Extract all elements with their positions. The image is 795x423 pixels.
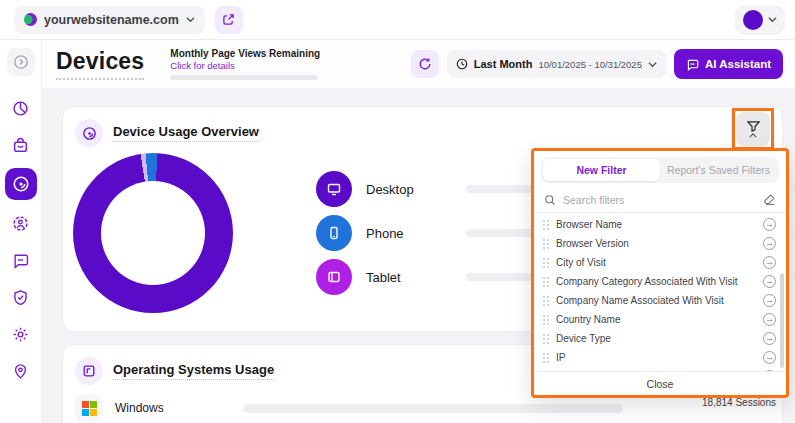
website-selector[interactable]: yourwebsitename.com xyxy=(14,6,205,34)
page-title: Devices xyxy=(56,48,144,80)
tablet-badge xyxy=(316,259,352,295)
phone-icon xyxy=(326,225,342,241)
chat-bubble-icon xyxy=(12,252,29,269)
expand-arrow-icon xyxy=(13,54,29,70)
device-usage-title: Device Usage Overview xyxy=(113,124,259,142)
quota-details-link[interactable]: Click for details xyxy=(170,60,320,71)
filter-item-ip[interactable]: IP → xyxy=(534,348,786,367)
sidebar-item-geolocation[interactable] xyxy=(7,357,35,385)
devices-disc-icon xyxy=(12,175,30,193)
windows-usage-bar xyxy=(243,404,623,413)
legend-row-desktop[interactable]: Desktop xyxy=(316,169,436,209)
sidebar-item-analytics[interactable] xyxy=(7,94,35,122)
filter-item-operating-system[interactable]: Operating System → xyxy=(534,367,786,371)
legend-row-tablet[interactable]: Tablet xyxy=(316,257,436,297)
arrow-right-circle-icon[interactable]: → xyxy=(763,313,776,326)
open-website-button[interactable] xyxy=(215,6,243,34)
user-menu[interactable] xyxy=(735,5,785,35)
phone-badge xyxy=(316,215,352,251)
filter-item-company-category-associated-with-visit[interactable]: Company Category Associated With Visit → xyxy=(534,272,786,291)
filter-item-browser-version[interactable]: Browser Version → xyxy=(534,234,786,253)
close-button[interactable]: Close xyxy=(534,371,786,395)
arrow-right-circle-icon[interactable]: → xyxy=(763,370,776,371)
sidebar-expand-button[interactable] xyxy=(7,48,35,76)
refresh-button[interactable] xyxy=(411,50,439,78)
tab-saved-filters[interactable]: Report's Saved Filters xyxy=(660,159,777,181)
os-usage-icon-badge xyxy=(75,357,103,385)
filter-button-highlight xyxy=(732,108,774,150)
quota-title: Monthly Page Views Remaining xyxy=(170,48,320,59)
sidebar-item-security[interactable] xyxy=(7,283,35,311)
page-views-quota: Monthly Page Views Remaining Click for d… xyxy=(170,48,320,80)
device-usage-donut-chart[interactable] xyxy=(73,153,233,313)
windows-logo-badge xyxy=(75,394,103,422)
arrow-right-circle-icon[interactable]: → xyxy=(763,294,776,307)
scrollbar[interactable] xyxy=(780,273,784,368)
filter-button[interactable] xyxy=(736,112,770,146)
external-link-icon xyxy=(222,13,235,26)
sidebar-item-devices[interactable] xyxy=(5,168,37,200)
drag-handle-icon[interactable] xyxy=(543,353,545,355)
drag-handle-icon[interactable] xyxy=(543,296,545,298)
donut-hole xyxy=(101,181,205,285)
legend-row-phone[interactable]: Phone xyxy=(316,213,436,253)
filter-item-company-name-associated-with-visit[interactable]: Company Name Associated With Visit → xyxy=(534,291,786,310)
date-preset: Last Month xyxy=(474,58,533,70)
search-icon xyxy=(544,194,556,206)
filter-item-label: IP xyxy=(556,352,763,363)
filter-item-label: Browser Version xyxy=(556,238,763,249)
filter-item-list: Browser Name → Browser Version → City of… xyxy=(534,213,786,371)
tab-new-filter[interactable]: New Filter xyxy=(543,159,660,181)
date-range-value: 10/01/2025 - 10/31/2025 xyxy=(538,59,642,70)
drag-handle-icon[interactable] xyxy=(543,239,545,241)
tablet-icon xyxy=(326,269,342,285)
filter-item-label: Country Name xyxy=(556,314,763,325)
refresh-icon xyxy=(418,57,432,71)
filter-item-label: Company Category Associated With Visit xyxy=(556,276,763,287)
sidebar-item-visitors[interactable] xyxy=(7,209,35,237)
filter-panel: New Filter Report's Saved Filters Browse… xyxy=(531,148,789,398)
chevron-down-icon xyxy=(186,15,195,24)
filter-item-browser-name[interactable]: Browser Name → xyxy=(534,215,786,234)
filter-item-city-of-visit[interactable]: City of Visit → xyxy=(534,253,786,272)
filter-item-country-name[interactable]: Country Name → xyxy=(534,310,786,329)
arrow-right-circle-icon[interactable]: → xyxy=(763,218,776,231)
arrow-right-circle-icon[interactable]: → xyxy=(763,351,776,364)
drag-handle-icon[interactable] xyxy=(543,334,545,336)
desktop-icon xyxy=(326,181,342,197)
drag-handle-icon[interactable] xyxy=(543,277,545,279)
arrow-right-circle-icon[interactable]: → xyxy=(763,275,776,288)
ai-assistant-button[interactable]: AI Assistant xyxy=(674,49,783,79)
sidebar-item-settings[interactable] xyxy=(7,320,35,348)
sidebar-item-feedback[interactable] xyxy=(7,246,35,274)
arrow-right-circle-icon[interactable]: → xyxy=(763,237,776,250)
desktop-badge xyxy=(316,171,352,207)
os-window-icon xyxy=(82,364,96,378)
sidebar-item-conversions[interactable] xyxy=(7,131,35,159)
arrow-right-circle-icon[interactable]: → xyxy=(763,256,776,269)
chevron-up-icon xyxy=(749,133,757,138)
user-circle-icon xyxy=(12,215,29,232)
app-window: yourwebsitename.com xyxy=(0,0,795,423)
device-usage-icon-badge xyxy=(75,119,103,147)
date-range-selector[interactable]: Last Month 10/01/2025 - 10/31/2025 xyxy=(447,50,666,78)
filter-search-row xyxy=(534,187,786,213)
windows-sessions: 18,814 Sessions xyxy=(702,397,776,408)
legend-label: Phone xyxy=(366,226,436,241)
shield-icon xyxy=(12,289,29,306)
chat-icon xyxy=(686,58,699,71)
search-input[interactable] xyxy=(563,194,756,206)
site-favicon xyxy=(24,13,37,26)
drag-handle-icon[interactable] xyxy=(543,220,545,222)
drag-handle-icon[interactable] xyxy=(543,315,545,317)
filter-item-device-type[interactable]: Device Type → xyxy=(534,329,786,348)
chevron-down-icon xyxy=(768,15,777,24)
devices-disc-icon xyxy=(82,126,97,141)
chevron-down-icon xyxy=(648,60,657,69)
bag-icon xyxy=(12,137,29,154)
clock-icon xyxy=(456,58,468,70)
arrow-right-circle-icon[interactable]: → xyxy=(763,332,776,345)
map-pin-icon xyxy=(12,363,29,380)
drag-handle-icon[interactable] xyxy=(543,258,545,260)
eraser-icon[interactable] xyxy=(763,193,776,206)
